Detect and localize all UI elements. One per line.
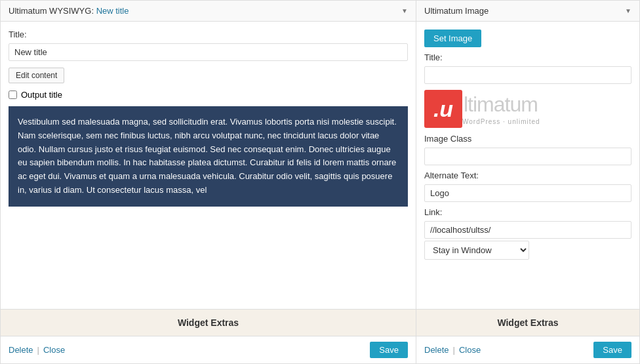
logo-tagline: WordPress · unlimited	[462, 118, 543, 125]
set-image-button[interactable]: Set Image	[424, 30, 481, 47]
title-field-group: Title:	[9, 30, 408, 61]
right-widget-header: Ultimatum Image ▼	[416, 1, 639, 22]
image-class-input[interactable]	[424, 148, 631, 165]
right-widget-body: Set Image Title: .u ltimatum WordPress ·…	[416, 22, 639, 309]
right-widget-collapse-icon[interactable]: ▼	[625, 7, 631, 14]
left-close-link[interactable]: Close	[43, 345, 65, 355]
logo-icon-box: .u	[424, 90, 462, 128]
left-widget-panel: Ultimatum WYSIWYG: New title ▼ Title: Ed…	[0, 0, 416, 364]
right-footer-separator: |	[453, 345, 455, 355]
link-target-select[interactable]: Stay in Window Open in New Window	[424, 241, 529, 260]
output-title-checkbox[interactable]	[9, 91, 17, 99]
left-widget-body: Title: Edit content Output title Vestibu…	[1, 22, 416, 309]
edit-content-row: Edit content	[9, 68, 408, 83]
left-widget-title-text: Ultimatum WYSIWYG:	[9, 6, 96, 16]
output-title-label: Output title	[21, 90, 62, 100]
output-title-row: Output title	[9, 90, 408, 100]
set-image-row: Set Image	[424, 30, 631, 47]
image-class-field-group: Image Class	[424, 134, 631, 165]
ultimatum-logo: .u ltimatum WordPress · unlimited	[424, 89, 631, 129]
left-footer-links: Delete | Close	[9, 345, 65, 355]
link-label: Link:	[424, 207, 631, 217]
right-widget-title: Ultimatum Image	[424, 6, 489, 16]
left-widget-header: Ultimatum WYSIWYG: New title ▼	[1, 1, 416, 22]
right-title-input[interactable]	[424, 66, 631, 84]
left-delete-link[interactable]: Delete	[9, 345, 33, 355]
right-widget-extras: Widget Extras	[416, 309, 639, 336]
right-title-label: Title:	[424, 52, 631, 62]
logo-right: ltimatum WordPress · unlimited	[462, 92, 543, 125]
content-text: Vestibulum sed malesuada magna, sed soll…	[18, 117, 397, 195]
image-class-label: Image Class	[424, 134, 631, 144]
right-title-field-group: Title:	[424, 52, 631, 84]
link-field-group: Link: Stay in Window Open in New Window	[424, 207, 631, 260]
left-widget-title-accent: New title	[96, 6, 129, 16]
edit-content-button[interactable]: Edit content	[9, 68, 64, 83]
title-input[interactable]	[9, 43, 408, 61]
right-delete-link[interactable]: Delete	[424, 345, 449, 355]
alt-text-label: Alternate Text:	[424, 171, 631, 180]
right-save-button[interactable]: Save	[593, 342, 631, 358]
logo-text-main: ltimatum	[462, 92, 538, 117]
alt-text-input[interactable]	[424, 184, 631, 202]
right-widget-footer: Delete | Close Save	[416, 336, 639, 363]
logo-letter-u: .u	[433, 98, 453, 120]
image-preview: .u ltimatum WordPress · unlimited	[424, 89, 631, 129]
left-widget-collapse-icon[interactable]: ▼	[401, 7, 408, 14]
right-footer-links: Delete | Close	[424, 345, 481, 355]
left-footer-separator: |	[37, 345, 39, 355]
link-input[interactable]	[424, 221, 631, 239]
right-close-link[interactable]: Close	[459, 345, 481, 355]
logo-main-row: ltimatum	[462, 92, 543, 117]
left-widget-extras: Widget Extras	[1, 309, 416, 336]
title-label: Title:	[9, 30, 408, 39]
left-widget-title: Ultimatum WYSIWYG: New title	[9, 6, 129, 16]
right-widget-extras-label: Widget Extras	[497, 317, 558, 328]
content-area: Vestibulum sed malesuada magna, sed soll…	[9, 106, 408, 207]
right-widget-panel: Ultimatum Image ▼ Set Image Title: .u lt…	[416, 0, 640, 364]
left-widget-footer: Delete | Close Save	[1, 336, 416, 363]
left-save-button[interactable]: Save	[370, 342, 408, 358]
alt-text-field-group: Alternate Text:	[424, 171, 631, 202]
left-widget-extras-label: Widget Extras	[178, 317, 239, 328]
